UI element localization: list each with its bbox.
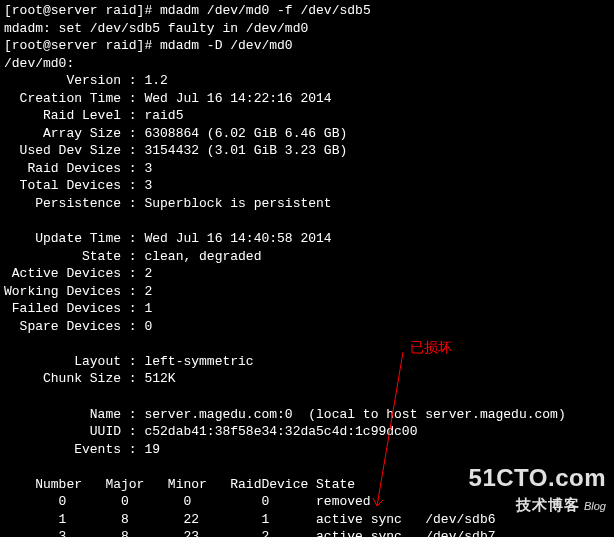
kv-row: Persistence : Superblock is persistent [4,195,610,213]
kv-row: Creation Time : Wed Jul 16 14:22:16 2014 [4,90,610,108]
kv-block-4: Name : server.magedu.com:0 (local to hos… [4,406,610,459]
watermark-sub: 技术博客 [516,496,580,513]
watermark-main: 51CTO.com [469,462,606,494]
kv-block-1: Version : 1.2 Creation Time : Wed Jul 16… [4,72,610,212]
kv-row: Array Size : 6308864 (6.02 GiB 6.46 GB) [4,125,610,143]
watermark: 51CTO.com 技术博客Blog [469,462,606,515]
output-line-1: mdadm: set /dev/sdb5 faulty in /dev/md0 [4,20,610,38]
annotation-label: 已损坏 [410,338,452,357]
kv-row: Spare Devices : 0 [4,318,610,336]
kv-row: Name : server.magedu.com:0 (local to hos… [4,406,610,424]
table-row: 3 8 23 2 active sync /dev/sdb7 [4,528,610,537]
kv-row: Used Dev Size : 3154432 (3.01 GiB 3.23 G… [4,142,610,160]
kv-block-2: Update Time : Wed Jul 16 14:40:58 2014 S… [4,230,610,335]
kv-row: Working Devices : 2 [4,283,610,301]
kv-row: Raid Level : raid5 [4,107,610,125]
kv-row: Chunk Size : 512K [4,370,610,388]
command-line-2: [root@server raid]# mdadm -D /dev/md0 [4,37,610,55]
kv-row: Layout : left-symmetric [4,353,610,371]
kv-row: Version : 1.2 [4,72,610,90]
kv-row: Raid Devices : 3 [4,160,610,178]
command-line-1: [root@server raid]# mdadm /dev/md0 -f /d… [4,2,610,20]
watermark-tag: Blog [584,499,606,514]
kv-row: UUID : c52dab41:38f58e34:32da5c4d:1c99dc… [4,423,610,441]
kv-row: Active Devices : 2 [4,265,610,283]
kv-row: Total Devices : 3 [4,177,610,195]
kv-row: Failed Devices : 1 [4,300,610,318]
kv-row: State : clean, degraded [4,248,610,266]
device-header: /dev/md0: [4,55,610,73]
kv-row: Events : 19 [4,441,610,459]
kv-row: Update Time : Wed Jul 16 14:40:58 2014 [4,230,610,248]
terminal-output: [root@server raid]# mdadm /dev/md0 -f /d… [4,2,610,537]
spacer [4,388,610,406]
spacer [4,213,610,231]
spacer [4,335,610,353]
kv-block-3: Layout : left-symmetric Chunk Size : 512… [4,353,610,388]
